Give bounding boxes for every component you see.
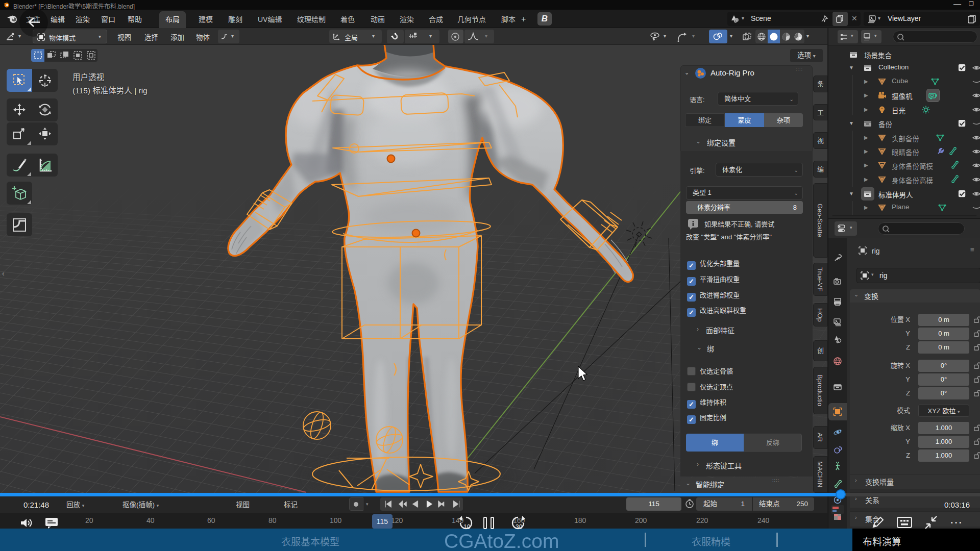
svg-text:30: 30 <box>516 523 523 531</box>
svg-text:10: 10 <box>463 523 471 531</box>
